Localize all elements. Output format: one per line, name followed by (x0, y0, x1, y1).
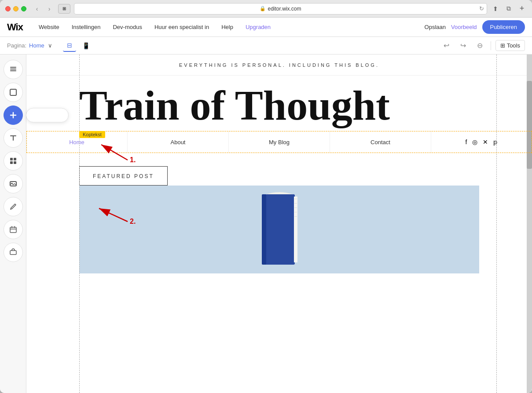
tab-overview-button[interactable]: ⊞ (58, 4, 70, 14)
app-sidebar-button[interactable] (4, 243, 23, 262)
svg-rect-7 (14, 161, 16, 164)
app-icon (9, 248, 17, 256)
tab-icon[interactable]: ⧉ (504, 4, 514, 14)
content-sidebar-button[interactable] (4, 60, 23, 79)
svg-rect-6 (10, 161, 13, 164)
menu-upgraden[interactable]: Upgraden (240, 21, 276, 33)
media-sidebar-button[interactable] (4, 174, 23, 193)
wix-logo: Wix (7, 22, 23, 33)
featured-box: FEATURED POST (79, 166, 168, 186)
menu-website[interactable]: Website (33, 21, 65, 33)
minimize-button[interactable] (13, 6, 18, 11)
url-text: editor.wix.com (268, 6, 301, 12)
tools-label: Tools (507, 42, 520, 49)
plus-icon (9, 111, 17, 119)
view-buttons: ⊟ 📱 (63, 40, 93, 52)
opslaan-button[interactable]: Opslaan (425, 24, 446, 30)
address-bar[interactable]: 🔒 editor.wix.com ↻ (74, 3, 487, 15)
redo-button[interactable]: ↪ (457, 40, 470, 52)
wix-topbar-right: Opslaan Voorbeeld Publiceren (425, 20, 525, 34)
social-icons: f ◎ ✕ 𝕡 (431, 138, 532, 146)
traffic-lights (5, 6, 26, 11)
publiceren-button[interactable]: Publiceren (482, 20, 525, 34)
editor-body: Toevoegen (0, 55, 532, 393)
undo-button[interactable]: ↩ (440, 40, 453, 52)
grid-sidebar-button[interactable] (4, 151, 23, 171)
svg-rect-5 (14, 158, 16, 160)
koptekst-badge: Koptekst (79, 131, 105, 138)
page-name: Home (29, 42, 44, 49)
pinterest-icon[interactable]: 𝕡 (493, 138, 498, 146)
voorbeeld-button[interactable]: Voorbeeld (451, 24, 477, 30)
svg-rect-13 (262, 194, 266, 265)
svg-rect-4 (10, 158, 13, 160)
pen-sidebar-button[interactable] (4, 197, 23, 216)
instagram-icon[interactable]: ◎ (472, 138, 477, 146)
mobile-view-button[interactable]: 📱 (80, 40, 93, 52)
scrollbar-thumb[interactable] (527, 81, 532, 169)
menu-dev-modus[interactable]: Dev-modus (107, 21, 147, 33)
toolbar-right: ↩ ↪ ⊖ ⊞ Tools (440, 40, 525, 52)
browser-nav-arrows: ‹ › (32, 4, 55, 14)
svg-rect-3 (10, 89, 16, 95)
text-icon (9, 134, 17, 142)
calendar-sidebar-button[interactable] (4, 220, 23, 239)
menu-help[interactable]: Help (216, 21, 238, 33)
box-sidebar-button[interactable] (4, 83, 23, 102)
svg-rect-2 (10, 70, 16, 71)
add-sidebar-button[interactable]: Toevoegen (4, 106, 23, 125)
twitter-icon[interactable]: ✕ (483, 138, 488, 146)
forward-button[interactable]: › (44, 4, 55, 14)
lock-icon: 🔒 (260, 6, 266, 11)
share-icon[interactable]: ⬆ (491, 4, 500, 14)
site-subtitle: EVERYTHING IS PERSONAL. INCLUDING THIS B… (179, 62, 379, 68)
nav-myblog[interactable]: My Blog (229, 131, 330, 153)
featured-section: FEATURED POST (26, 153, 532, 186)
page-selector[interactable]: Pagina: Home ∨ (7, 42, 52, 49)
scrollbar[interactable] (527, 55, 532, 393)
content-icon (9, 66, 17, 73)
book-illustration (251, 186, 308, 273)
nav-contact[interactable]: Contact (330, 131, 431, 153)
desktop-view-button[interactable]: ⊟ (63, 40, 76, 52)
svg-rect-14 (294, 196, 297, 262)
browser-toolbar-right: ⬆ ⧉ + (491, 4, 527, 14)
grid-icon (9, 157, 17, 165)
pen-icon (9, 203, 17, 211)
title-bar: ‹ › ⊞ 🔒 editor.wix.com ↻ ⬆ ⧉ + (0, 0, 532, 18)
nav-home[interactable]: Home (26, 131, 128, 153)
left-sidebar: Toevoegen (0, 55, 26, 393)
svg-rect-1 (10, 69, 16, 69)
canvas-area: EVERYTHING IS PERSONAL. INCLUDING THIS B… (26, 55, 532, 393)
wix-menu: Website Instellingen Dev-modus Huur een … (33, 21, 425, 33)
site-topbar: EVERYTHING IS PERSONAL. INCLUDING THIS B… (26, 55, 532, 76)
secondary-toolbar: Pagina: Home ∨ ⊟ 📱 ↩ ↪ ⊖ ⊞ Tools (0, 37, 532, 55)
box-icon (9, 88, 17, 96)
svg-rect-12 (264, 194, 295, 265)
add-label-popup[interactable]: Toevoegen (26, 108, 69, 123)
featured-label: FEATURED POST (93, 173, 154, 179)
refresh-button[interactable]: ↻ (479, 5, 484, 12)
maximize-button[interactable] (21, 6, 26, 11)
nav-about[interactable]: About (128, 131, 229, 153)
back-button[interactable]: ‹ (32, 4, 42, 14)
svg-rect-11 (10, 251, 16, 255)
menu-huur[interactable]: Huur een specialist in (149, 21, 214, 33)
website-preview: EVERYTHING IS PERSONAL. INCLUDING THIS B… (26, 55, 532, 393)
calendar-icon (9, 226, 17, 233)
close-button[interactable] (5, 6, 11, 11)
site-big-title[interactable]: Train of Thought (79, 84, 479, 127)
menu-instellingen[interactable]: Instellingen (66, 21, 106, 33)
wix-topbar: Wix Website Instellingen Dev-modus Huur … (0, 18, 532, 37)
text-sidebar-button[interactable] (4, 128, 23, 148)
svg-rect-17 (294, 207, 297, 208)
site-title-section: Train of Thought (26, 76, 532, 131)
new-tab-button[interactable]: + (517, 4, 527, 14)
page-chevron-icon: ∨ (48, 42, 52, 49)
tools-button[interactable]: ⊞ Tools (495, 40, 525, 51)
zoom-out-button[interactable]: ⊖ (474, 40, 486, 52)
page-label: Pagina: (7, 42, 26, 49)
facebook-icon[interactable]: f (466, 138, 467, 146)
blog-image-area (79, 186, 479, 273)
svg-rect-15 (294, 199, 297, 199)
